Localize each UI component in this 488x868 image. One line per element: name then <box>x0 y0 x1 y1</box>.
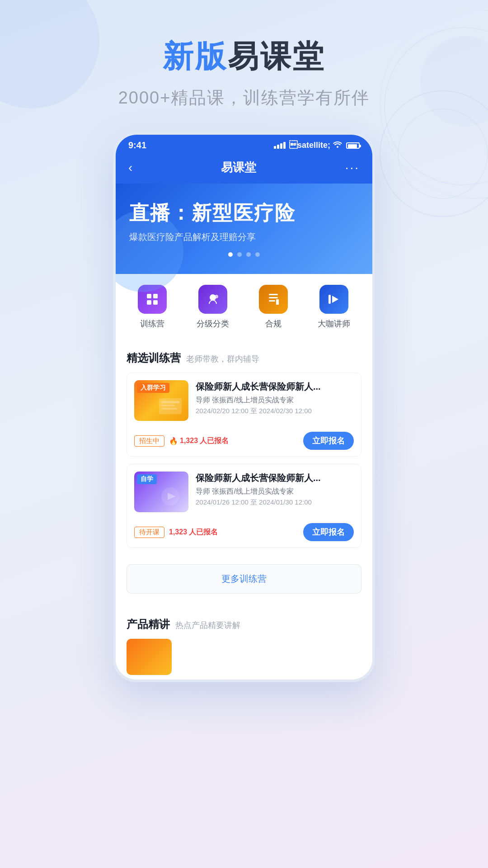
title-normal: 易课堂 <box>228 39 325 73</box>
svg-point-0 <box>337 146 338 148</box>
dot-3 <box>246 252 251 257</box>
featured-section: 精选训练营 老师带教，群内辅导 入群学习 <box>116 342 372 564</box>
more-btn-wrapper: 更多训练营 <box>116 564 372 603</box>
title-highlight: 新版 <box>163 39 228 73</box>
page-header: 新版易课堂 2000+精品课，训练营学有所伴 <box>0 0 488 132</box>
nav-label-training: 训练营 <box>140 318 164 329</box>
svg-rect-16 <box>161 408 177 410</box>
status-bar: 9:41 satellite; <box>116 135 372 154</box>
status-tags-1: 招生中 🔥 1,323 人已报名 <box>134 435 229 447</box>
featured-title: 精选训练营 <box>127 351 181 365</box>
signal-bars-icon <box>274 142 286 149</box>
product-title: 产品精讲 <box>127 617 170 632</box>
nav-item-lecturer[interactable]: 大咖讲师 <box>318 285 350 329</box>
svg-rect-1 <box>147 294 151 298</box>
featured-subtitle: 老师带教，群内辅导 <box>186 354 259 364</box>
register-button-1[interactable]: 立即报名 <box>303 432 354 450</box>
nav-item-grading[interactable]: 分级分类 <box>197 285 229 329</box>
course-info-1: 保险师新人成长营保险师新人... 导师 张振西/线上增员实战专家 2024/02… <box>196 380 354 421</box>
course-card-1[interactable]: 入群学习 保险师新人成长营保险师新人... 导师 张振西/线上增员实战专家 20… <box>127 373 361 457</box>
page-title: 新版易课堂 <box>0 36 488 77</box>
phone-wrapper: 9:41 satellite; <box>0 132 488 682</box>
banner-subtitle: 爆款医疗险产品解析及理赔分享 <box>129 231 359 243</box>
course-card-1-top: 入群学习 保险师新人成长营保险师新人... 导师 张振西/线上增员实战专家 20… <box>127 373 361 428</box>
svg-rect-3 <box>147 300 151 305</box>
more-camps-button[interactable]: 更多训练营 <box>127 564 361 594</box>
banner[interactable]: 直播：新型医疗险 爆款医疗险产品解析及理赔分享 <box>116 184 372 274</box>
nav-label-grading: 分级分类 <box>197 318 229 329</box>
compliance-icon <box>259 285 288 314</box>
lecturer-icon <box>319 285 348 314</box>
more-button[interactable]: ··· <box>345 160 360 175</box>
nav-label-lecturer: 大咖讲师 <box>318 318 350 329</box>
back-button[interactable]: ‹ <box>128 160 132 175</box>
course-card-1-bottom: 招生中 🔥 1,323 人已报名 立即报名 <box>127 428 361 456</box>
course-date-2: 2024/01/26 12:00 至 2024/01/30 12:00 <box>196 498 354 507</box>
course-teacher-1: 导师 张振西/线上增员实战专家 <box>196 396 354 405</box>
dot-1 <box>228 252 233 257</box>
svg-rect-8 <box>269 297 278 298</box>
course-thumb-2: 自学 <box>134 472 188 512</box>
svg-rect-7 <box>269 294 278 295</box>
status-icons: satellite; <box>274 141 360 150</box>
product-preview <box>127 639 361 675</box>
section-header-product: 产品精讲 热点产品精要讲解 <box>127 617 361 632</box>
nav-title: 易课堂 <box>221 160 256 175</box>
dot-2 <box>237 252 242 257</box>
svg-rect-4 <box>153 300 158 305</box>
course-thumb-1: 入群学习 <box>134 380 188 421</box>
course-card-2-bottom: 待开课 1,323 人已报名 立即报名 <box>127 519 361 547</box>
wifi-icon: satellite; <box>289 141 343 150</box>
battery-icon <box>346 142 360 149</box>
page-subtitle: 2000+精品课，训练营学有所伴 <box>0 86 488 109</box>
enrolled-count-2: 1,323 人已报名 <box>169 528 218 537</box>
svg-point-6 <box>215 295 218 298</box>
product-subtitle: 热点产品精要讲解 <box>175 620 240 631</box>
course-name-2: 保险师新人成长营保险师新人... <box>196 472 354 484</box>
svg-rect-2 <box>153 294 158 298</box>
course-teacher-2: 导师 张振西/线上增员实战专家 <box>196 487 354 496</box>
course-date-1: 2024/02/20 12:00 至 2024/02/30 12:00 <box>196 407 354 415</box>
svg-marker-11 <box>332 296 338 303</box>
enrolled-count-1: 🔥 1,323 人已报名 <box>169 436 229 446</box>
status-tags-2: 待开课 1,323 人已报名 <box>134 527 218 538</box>
svg-rect-10 <box>276 299 279 305</box>
status-time: 9:41 <box>128 140 146 151</box>
svg-rect-14 <box>161 401 179 403</box>
banner-title: 直播：新型医疗险 <box>129 200 359 226</box>
tag-recruiting-1: 招生中 <box>134 435 164 447</box>
register-button-2[interactable]: 立即报名 <box>303 523 354 541</box>
svg-rect-12 <box>328 295 331 304</box>
dot-4 <box>255 252 260 257</box>
course-card-2[interactable]: 自学 保险师新人成长营保险师新人... 导师 张振西/线上增员实战专家 2024… <box>127 464 361 548</box>
svg-rect-15 <box>161 405 175 406</box>
grading-icon <box>198 285 227 314</box>
course-info-2: 保险师新人成长营保险师新人... 导师 张振西/线上增员实战专家 2024/01… <box>196 472 354 512</box>
product-thumb-1 <box>127 639 172 675</box>
course-name-1: 保险师新人成长营保险师新人... <box>196 380 354 393</box>
fire-icon-1: 🔥 <box>169 437 178 445</box>
nav-bar: ‹ 易课堂 ··· <box>116 154 372 184</box>
svg-rect-9 <box>269 300 275 302</box>
nav-label-compliance: 合规 <box>265 318 282 329</box>
nav-item-compliance[interactable]: 合规 <box>259 285 288 329</box>
course-card-2-top: 自学 保险师新人成长营保险师新人... 导师 张振西/线上增员实战专家 2024… <box>127 464 361 519</box>
tag-pending-2: 待开课 <box>134 527 164 538</box>
phone-mockup: 9:41 satellite; <box>113 132 375 682</box>
section-header-featured: 精选训练营 老师带教，群内辅导 <box>127 351 361 365</box>
product-section: 产品精讲 热点产品精要讲解 <box>116 608 372 679</box>
